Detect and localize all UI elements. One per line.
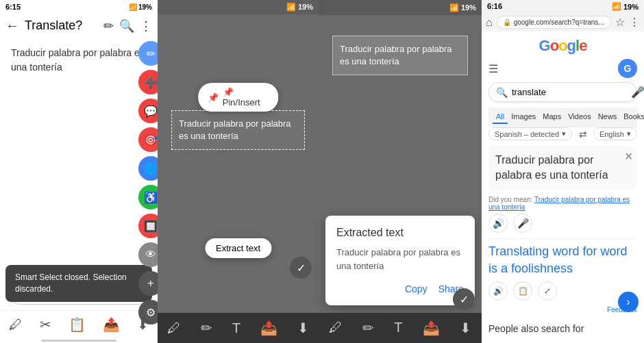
time-panel1: 6:15 [5,3,21,11]
pin-icon: 📌 [208,92,219,103]
done-button-p2[interactable]: ✓ [290,257,312,279]
swap-lang-button[interactable]: ⇄ [579,129,587,140]
chevron-down-icon: ▾ [562,129,566,138]
battery-p3: 📶 19% [449,3,476,12]
signal-icon: 📶 [129,3,137,11]
bottom-nav-panel1: 🖊 ✂ 📋 📤 ⬇ [0,310,158,338]
chrome-actions: ☆ ⋮ [615,16,640,29]
pen-icon-p2[interactable]: 🖊 [167,320,181,336]
search-input[interactable] [512,87,627,97]
chrome-url-text: google.com/search?q=trans... [514,18,604,26]
panel3-top-text: Traducir palabra por palabra es una tont… [332,36,468,75]
result-box: Translating word for word is a foolishne… [488,238,637,323]
share-icon-p2[interactable]: 📤 [260,320,277,336]
extracted-text-box: Traducir palabra por palabra es una tont… [171,110,305,150]
battery-icon: 19% [138,3,152,11]
more-icon-chrome[interactable]: ⋮ [629,16,640,29]
chrome-toolbar: All Images Maps Videos News Books [488,107,637,127]
chevron-down-icon-target: ▾ [627,129,631,138]
panel3-bottom-bar: 🖊 ✏ T 📤 ⬇ [319,313,482,343]
copy-button[interactable]: Copy [405,283,428,294]
feedback-link[interactable]: Feedback [488,306,637,314]
pen-icon-p3[interactable]: 🖊 [329,320,343,336]
dialog-title: Extracted text [336,227,464,239]
expand-result-button[interactable]: ⤢ [538,281,557,301]
toast-notification: Smart Select closed. Selection discarded… [5,265,152,302]
dialog-actions: Copy Share [336,283,464,294]
tab-images[interactable]: Images [508,110,539,124]
nav-clipboard-icon[interactable]: 📋 [69,316,86,333]
screenshot-panel: 📶 19% 📌 📌 Pin/Insert Traducir palabra po… [158,0,319,343]
nav-scissors-icon[interactable]: ✂ [40,316,51,333]
translation-input-box: Traducir palabra por palabra es una tont… [488,146,637,190]
download-icon-p2[interactable]: ⬇ [297,320,309,336]
result-actions: 🔊 📋 ⤢ [488,281,637,301]
scroll-indicator [41,340,116,342]
chrome-status-bar: 6:16 📶 19% [482,0,644,13]
tab-news[interactable]: News [595,110,621,124]
chrome-home-icon[interactable]: ⌂ [486,16,493,29]
status-icons-panel1: 📶 19% [129,3,152,11]
search-bar[interactable]: 🔍 🎤 [488,82,637,102]
text-icon-p2[interactable]: T [232,320,240,336]
nav-pen-icon[interactable]: 🖊 [9,317,23,333]
hamburger-icon[interactable]: ☰ [488,62,498,75]
clear-button[interactable]: ✕ [624,150,633,163]
chrome-status-icons: 📶 19% [612,2,639,11]
search-icon-chrome: 🔍 [496,87,508,98]
mic-icon[interactable]: 🎤 [631,86,644,99]
dialog-text: Traducir palabra por palabra es una tont… [336,246,464,272]
audio-result-button[interactable]: 🔊 [488,281,508,301]
star-icon[interactable]: ☆ [615,16,625,29]
pencil-icon-p2[interactable]: ✏ [201,320,212,336]
did-you-mean: Did you mean: Traducir palabra por palab… [488,196,637,211]
target-lang-text: English [599,130,624,138]
chrome-url-bar[interactable]: 🔒 google.com/search?q=trans... [497,16,611,29]
signal-icon-p2: 📶 19% [286,3,313,12]
source-lang-badge[interactable]: Spanish – detected ▾ [488,127,572,140]
chrome-battery: 19% [623,3,639,11]
app-header: ← Translate? ✏ 🔍 ⋮ [0,14,158,38]
chrome-browser-panel: 6:16 📶 19% ⌂ 🔒 google.com/search?q=trans… [482,0,644,343]
nav-share-icon[interactable]: 📤 [103,316,120,333]
download-icon-p3[interactable]: ⬇ [460,320,471,336]
google-logo: Google [488,37,637,55]
result-text: Translating word for word is a foolishne… [488,243,637,277]
tab-all[interactable]: All [493,110,508,124]
status-bar-panel3: 📶 19% [319,0,482,15]
extract-text-button[interactable]: Extract text [205,238,271,258]
lock-icon: 🔒 [503,18,511,26]
edit-icon[interactable]: ✏ [103,18,114,34]
mic-button-input[interactable]: 🎤 [513,214,532,233]
translated-text-label: Traducir palabra por palabra es una tont… [11,47,145,73]
translate-text: Traducir palabra por palabra es una tont… [0,38,158,288]
chrome-time: 6:16 [487,2,502,11]
extracted-dialog: Extracted text Traducir palabra por pala… [325,216,475,305]
tab-books[interactable]: Books [620,110,644,124]
translate-app-panel: 6:15 📶 19% ← Translate? ✏ 🔍 ⋮ Traducir p… [0,0,158,343]
translation-input-text: Traducir palabra por palabra es una tont… [495,153,630,183]
source-lang-text: Spanish – detected [495,130,559,138]
people-also-title: People also search for [488,323,637,334]
copy-result-button[interactable]: 📋 [513,281,532,301]
done-button-p3[interactable]: ✓ [453,288,475,310]
target-lang-badge[interactable]: English ▾ [593,127,637,140]
audio-button-input[interactable]: 🔊 [488,214,508,233]
text-icon-p3[interactable]: T [394,320,402,336]
google-header-row: ☰ G [488,59,637,78]
more-icon[interactable]: ⋮ [140,18,152,34]
tab-videos[interactable]: Videos [565,110,594,124]
app-title: Translate? [25,18,98,33]
pin-insert-button[interactable]: 📌 📌 Pin/Insert [198,83,279,112]
search-icon[interactable]: 🔍 [119,18,134,34]
language-row: Spanish – detected ▾ ⇄ English ▾ [488,127,637,140]
back-button[interactable]: ← [5,18,19,34]
scroll-to-top-button[interactable]: › [618,292,639,312]
tab-maps[interactable]: Maps [539,110,565,124]
status-bar-panel2: 📶 19% [158,0,319,14]
panel2-bottom-bar: 🖊 ✏ T 📤 ⬇ [158,313,319,343]
share-icon-p3[interactable]: 📤 [423,320,440,336]
pencil-icon-p3[interactable]: ✏ [362,320,374,336]
suggest-translate-google[interactable]: 🔍 Translate Google [488,340,637,343]
user-avatar[interactable]: G [618,59,637,78]
